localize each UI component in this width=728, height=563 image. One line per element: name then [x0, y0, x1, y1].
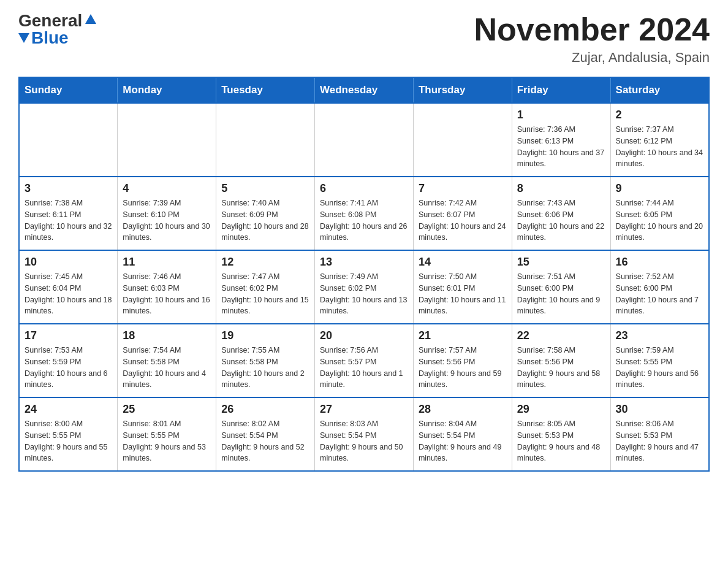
day-number: 16	[616, 256, 703, 269]
calendar-day-cell: 9Sunrise: 7:44 AM Sunset: 6:05 PM Daylig…	[610, 177, 709, 250]
day-number: 8	[517, 182, 605, 195]
title-block: November 2024 Zujar, Andalusia, Spain	[474, 12, 710, 66]
calendar-day-cell: 26Sunrise: 8:02 AM Sunset: 5:54 PM Dayli…	[216, 397, 315, 471]
calendar-day-cell: 14Sunrise: 7:50 AM Sunset: 6:01 PM Dayli…	[413, 250, 512, 324]
day-info: Sunrise: 7:47 AM Sunset: 6:02 PM Dayligh…	[221, 271, 309, 317]
logo-arrow2-icon	[18, 33, 29, 43]
calendar-header-row: SundayMondayTuesdayWednesdayThursdayFrid…	[19, 77, 709, 103]
day-number: 30	[616, 403, 703, 416]
day-info: Sunrise: 7:49 AM Sunset: 6:02 PM Dayligh…	[320, 271, 408, 317]
day-number: 21	[419, 329, 507, 342]
day-number: 10	[25, 256, 112, 269]
calendar-table: SundayMondayTuesdayWednesdayThursdayFrid…	[18, 77, 710, 472]
day-number: 20	[320, 329, 408, 342]
day-info: Sunrise: 8:03 AM Sunset: 5:54 PM Dayligh…	[320, 418, 408, 464]
calendar-empty-cell	[19, 103, 118, 177]
day-info: Sunrise: 7:38 AM Sunset: 6:11 PM Dayligh…	[25, 197, 112, 243]
day-of-week-header: Thursday	[413, 77, 512, 103]
calendar-empty-cell	[118, 103, 216, 177]
day-info: Sunrise: 7:51 AM Sunset: 6:00 PM Dayligh…	[517, 271, 605, 317]
day-number: 19	[221, 329, 309, 342]
location-text: Zujar, Andalusia, Spain	[474, 50, 710, 66]
day-info: Sunrise: 8:01 AM Sunset: 5:55 PM Dayligh…	[123, 418, 211, 464]
day-number: 1	[517, 109, 605, 121]
calendar-day-cell: 5Sunrise: 7:40 AM Sunset: 6:09 PM Daylig…	[216, 177, 315, 250]
calendar-day-cell: 30Sunrise: 8:06 AM Sunset: 5:53 PM Dayli…	[610, 397, 709, 471]
day-of-week-header: Tuesday	[216, 77, 315, 103]
day-info: Sunrise: 7:45 AM Sunset: 6:04 PM Dayligh…	[25, 271, 112, 317]
day-info: Sunrise: 7:50 AM Sunset: 6:01 PM Dayligh…	[419, 271, 507, 317]
calendar-day-cell: 1Sunrise: 7:36 AM Sunset: 6:13 PM Daylig…	[512, 103, 610, 177]
calendar-day-cell: 29Sunrise: 8:05 AM Sunset: 5:53 PM Dayli…	[512, 397, 610, 471]
day-info: Sunrise: 7:56 AM Sunset: 5:57 PM Dayligh…	[320, 345, 408, 391]
day-info: Sunrise: 7:58 AM Sunset: 5:56 PM Dayligh…	[517, 345, 605, 391]
day-info: Sunrise: 8:02 AM Sunset: 5:54 PM Dayligh…	[221, 418, 309, 464]
calendar-day-cell: 28Sunrise: 8:04 AM Sunset: 5:54 PM Dayli…	[413, 397, 512, 471]
day-info: Sunrise: 8:05 AM Sunset: 5:53 PM Dayligh…	[517, 418, 605, 464]
day-number: 28	[419, 403, 507, 416]
calendar-week-row: 10Sunrise: 7:45 AM Sunset: 6:04 PM Dayli…	[19, 250, 709, 324]
calendar-empty-cell	[315, 103, 414, 177]
day-info: Sunrise: 7:43 AM Sunset: 6:06 PM Dayligh…	[517, 197, 605, 243]
day-number: 2	[616, 109, 703, 121]
calendar-day-cell: 27Sunrise: 8:03 AM Sunset: 5:54 PM Dayli…	[315, 397, 414, 471]
day-of-week-header: Wednesday	[315, 77, 414, 103]
calendar-day-cell: 20Sunrise: 7:56 AM Sunset: 5:57 PM Dayli…	[315, 324, 414, 397]
calendar-day-cell: 23Sunrise: 7:59 AM Sunset: 5:55 PM Dayli…	[610, 324, 709, 397]
calendar-day-cell: 12Sunrise: 7:47 AM Sunset: 6:02 PM Dayli…	[216, 250, 315, 324]
calendar-day-cell: 22Sunrise: 7:58 AM Sunset: 5:56 PM Dayli…	[512, 324, 610, 397]
calendar-day-cell: 15Sunrise: 7:51 AM Sunset: 6:00 PM Dayli…	[512, 250, 610, 324]
day-info: Sunrise: 7:39 AM Sunset: 6:10 PM Dayligh…	[123, 197, 211, 243]
calendar-day-cell: 10Sunrise: 7:45 AM Sunset: 6:04 PM Dayli…	[19, 250, 118, 324]
day-info: Sunrise: 8:06 AM Sunset: 5:53 PM Dayligh…	[616, 418, 703, 464]
day-number: 25	[123, 403, 211, 416]
logo-general-text: General	[18, 12, 82, 29]
day-info: Sunrise: 7:36 AM Sunset: 6:13 PM Dayligh…	[517, 124, 605, 170]
day-number: 29	[517, 403, 605, 416]
day-number: 3	[25, 182, 112, 195]
calendar-day-cell: 6Sunrise: 7:41 AM Sunset: 6:08 PM Daylig…	[315, 177, 414, 250]
day-number: 9	[616, 182, 703, 195]
day-of-week-header: Sunday	[19, 77, 118, 103]
calendar-day-cell: 3Sunrise: 7:38 AM Sunset: 6:11 PM Daylig…	[19, 177, 118, 250]
logo-arrow-icon	[85, 14, 96, 24]
day-number: 11	[123, 256, 211, 269]
calendar-day-cell: 11Sunrise: 7:46 AM Sunset: 6:03 PM Dayli…	[118, 250, 216, 324]
day-number: 18	[123, 329, 211, 342]
calendar-day-cell: 8Sunrise: 7:43 AM Sunset: 6:06 PM Daylig…	[512, 177, 610, 250]
day-number: 17	[25, 329, 112, 342]
day-info: Sunrise: 8:04 AM Sunset: 5:54 PM Dayligh…	[419, 418, 507, 464]
day-info: Sunrise: 8:00 AM Sunset: 5:55 PM Dayligh…	[25, 418, 112, 464]
calendar-day-cell: 17Sunrise: 7:53 AM Sunset: 5:59 PM Dayli…	[19, 324, 118, 397]
page-header: General Blue November 2024 Zujar, Andalu…	[18, 12, 710, 66]
day-info: Sunrise: 7:42 AM Sunset: 6:07 PM Dayligh…	[419, 197, 507, 243]
day-number: 15	[517, 256, 605, 269]
calendar-day-cell: 7Sunrise: 7:42 AM Sunset: 6:07 PM Daylig…	[413, 177, 512, 250]
calendar-day-cell: 13Sunrise: 7:49 AM Sunset: 6:02 PM Dayli…	[315, 250, 414, 324]
day-number: 5	[221, 182, 309, 195]
day-number: 4	[123, 182, 211, 195]
logo-blue-text: Blue	[31, 29, 69, 47]
day-info: Sunrise: 7:54 AM Sunset: 5:58 PM Dayligh…	[123, 345, 211, 391]
day-info: Sunrise: 7:40 AM Sunset: 6:09 PM Dayligh…	[221, 197, 309, 243]
day-info: Sunrise: 7:53 AM Sunset: 5:59 PM Dayligh…	[25, 345, 112, 391]
calendar-day-cell: 19Sunrise: 7:55 AM Sunset: 5:58 PM Dayli…	[216, 324, 315, 397]
day-number: 27	[320, 403, 408, 416]
calendar-day-cell: 2Sunrise: 7:37 AM Sunset: 6:12 PM Daylig…	[610, 103, 709, 177]
day-info: Sunrise: 7:41 AM Sunset: 6:08 PM Dayligh…	[320, 197, 408, 243]
day-of-week-header: Saturday	[610, 77, 709, 103]
day-number: 12	[221, 256, 309, 269]
day-number: 7	[419, 182, 507, 195]
day-number: 22	[517, 329, 605, 342]
day-number: 23	[616, 329, 703, 342]
calendar-week-row: 3Sunrise: 7:38 AM Sunset: 6:11 PM Daylig…	[19, 177, 709, 250]
day-number: 24	[25, 403, 112, 416]
day-of-week-header: Friday	[512, 77, 610, 103]
calendar-week-row: 24Sunrise: 8:00 AM Sunset: 5:55 PM Dayli…	[19, 397, 709, 471]
day-info: Sunrise: 7:46 AM Sunset: 6:03 PM Dayligh…	[123, 271, 211, 317]
calendar-day-cell: 18Sunrise: 7:54 AM Sunset: 5:58 PM Dayli…	[118, 324, 216, 397]
day-number: 26	[221, 403, 309, 416]
day-info: Sunrise: 7:44 AM Sunset: 6:05 PM Dayligh…	[616, 197, 703, 243]
day-number: 13	[320, 256, 408, 269]
logo: General Blue	[18, 12, 96, 47]
